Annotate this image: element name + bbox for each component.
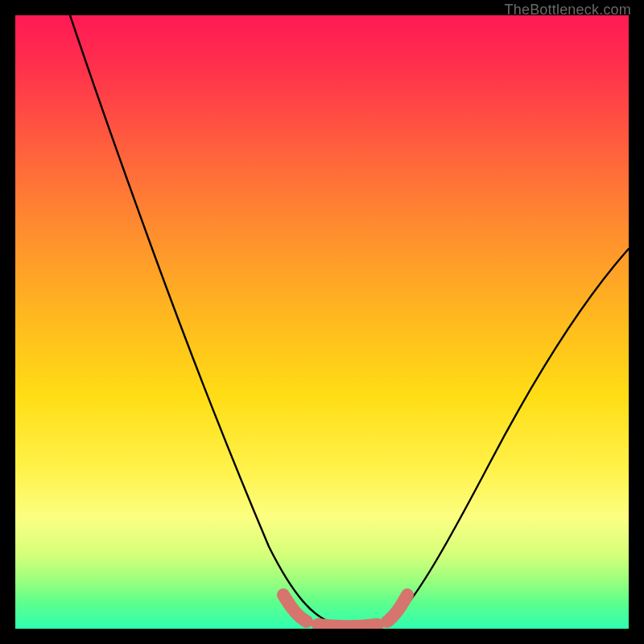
watermark-text: TheBottleneck.com — [505, 2, 631, 19]
chart-frame: TheBottleneck.com — [0, 0, 644, 644]
curve-layer — [15, 15, 629, 629]
bottleneck-curve — [70, 15, 629, 626]
plot-area — [15, 15, 629, 629]
